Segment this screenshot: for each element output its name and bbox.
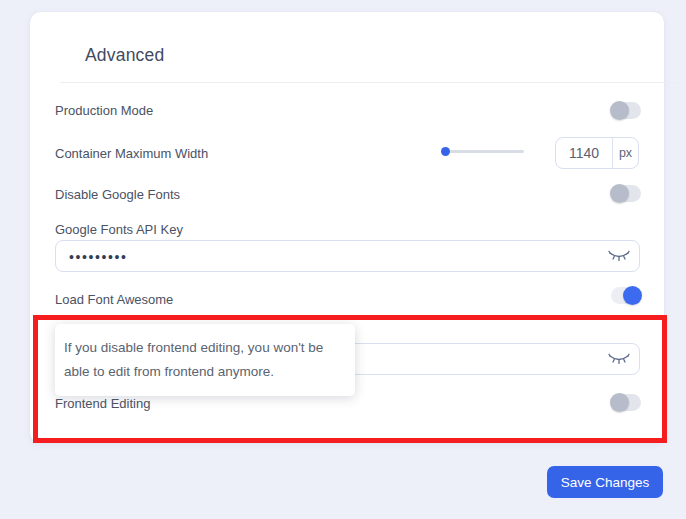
- disable-google-fonts-label: Disable Google Fonts: [55, 187, 180, 202]
- header-divider: [60, 82, 686, 83]
- save-changes-button[interactable]: Save Changes: [547, 466, 663, 498]
- width-slider-track[interactable]: [443, 150, 524, 153]
- width-value-box: px: [555, 137, 639, 169]
- google-fonts-api-key-input[interactable]: •••••••••: [55, 240, 640, 272]
- disable-google-fonts-toggle[interactable]: [611, 185, 641, 202]
- width-slider-handle[interactable]: [441, 147, 450, 156]
- production-mode-label: Production Mode: [55, 103, 153, 118]
- load-font-awesome-toggle[interactable]: [611, 287, 641, 304]
- password-reveal-closed-eye-icon[interactable]: [608, 248, 630, 264]
- container-maximum-width-label: Container Maximum Width: [55, 146, 208, 161]
- password-reveal-closed-eye-icon[interactable]: [608, 351, 630, 367]
- frontend-editing-label: Frontend Editing: [55, 396, 150, 411]
- px-unit-label: px: [612, 138, 638, 168]
- toggle-knob: [610, 184, 629, 203]
- load-font-awesome-label: Load Font Awesome: [55, 292, 173, 307]
- width-value-input[interactable]: [556, 138, 612, 168]
- google-fonts-api-key-label: Google Fonts API Key: [55, 222, 183, 237]
- settings-page: Advanced Production Mode Container Maxim…: [0, 0, 686, 519]
- masked-value: •••••••••: [69, 248, 128, 264]
- toggle-knob: [610, 393, 629, 412]
- production-mode-toggle[interactable]: [611, 102, 641, 119]
- frontend-editing-tooltip: If you disable frontend editing, you won…: [55, 324, 355, 396]
- toggle-knob: [623, 286, 642, 305]
- frontend-editing-toggle[interactable]: [611, 394, 641, 411]
- page-title: Advanced: [85, 45, 164, 66]
- toggle-knob: [610, 101, 629, 120]
